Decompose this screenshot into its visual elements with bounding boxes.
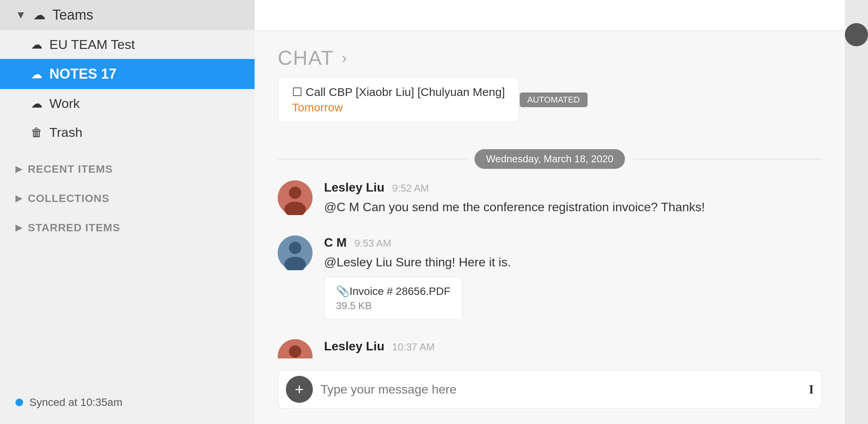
message-input[interactable]	[321, 382, 801, 397]
trash-icon: 🗑	[31, 126, 42, 139]
date-badge: Wednesday, March 18, 2020	[475, 149, 625, 169]
avatar-cm	[278, 236, 312, 270]
automated-badge: AUTOMATED	[520, 93, 588, 107]
date-line-right	[633, 159, 822, 159]
cloud-icon-work: ☁	[31, 97, 42, 110]
sidebar-section-collections[interactable]: ▶ COLLECTIONS	[0, 184, 255, 213]
main-content: CHAT › ☐ Call CBP [Xiaobr Liu] [Chulyuan…	[255, 0, 845, 424]
topbar	[255, 0, 845, 31]
teams-label: Teams	[52, 7, 93, 23]
cloud-icon: ☁	[33, 8, 46, 22]
sync-status-bar: Synced at 10:35am	[0, 389, 255, 416]
message-content-3: Lesley Liu 10:37 AM Confirmed: conferenc…	[324, 339, 822, 358]
trash-label: Trash	[49, 125, 83, 140]
attachment-name: 📎Invoice # 28656.PDF	[336, 285, 451, 298]
sidebar-section-starred[interactable]: ▶ STARRED ITEMS	[0, 213, 255, 242]
sidebar-item-eu-team[interactable]: ☁ EU TEAM Test	[0, 30, 255, 59]
text-cursor-icon: 𝐈	[809, 382, 814, 397]
message-row: Lesley Liu 9:52 AM @C M Can you send me …	[278, 180, 822, 216]
svg-point-7	[289, 345, 301, 358]
sender-cm: C M	[324, 236, 347, 250]
arrow-recent-icon: ▶	[15, 164, 22, 174]
date-line-left	[278, 159, 467, 159]
sidebar-item-teams[interactable]: ▼ ☁ Teams	[0, 0, 255, 30]
recent-items-label: RECENT ITEMS	[28, 163, 113, 175]
cloud-icon-eu: ☁	[31, 38, 42, 51]
eu-team-label: EU TEAM Test	[49, 37, 135, 52]
message-content-1: Lesley Liu 9:52 AM @C M Can you send me …	[324, 180, 822, 216]
time-2: 9:53 AM	[355, 237, 391, 249]
message-content-2: C M 9:53 AM @Lesley Liu Sure thing! Here…	[324, 236, 822, 320]
message-text-2: @Lesley Liu Sure thing! Here it is.	[324, 253, 822, 271]
attachment-card[interactable]: 📎Invoice # 28656.PDF 39.5 KB	[324, 277, 463, 320]
automated-time: Tomorrow	[292, 101, 505, 114]
avatar-lesley-1	[278, 180, 312, 215]
sidebar: ▼ ☁ Teams ☁ EU TEAM Test ☁ NOTES 17 ☁ Wo…	[0, 0, 255, 424]
avatar-lesley-3	[278, 339, 312, 358]
automated-message-text: ☐ Call CBP [Xiaobr Liu] [Chulyuan Meng]	[292, 85, 505, 99]
date-divider: Wednesday, March 18, 2020	[278, 149, 822, 169]
sync-dot-icon	[15, 399, 23, 406]
message-header-3: Lesley Liu 10:37 AM	[324, 339, 822, 353]
sidebar-item-trash[interactable]: 🗑 Trash	[0, 118, 255, 147]
automated-message-row: ☐ Call CBP [Xiaobr Liu] [Chulyuan Meng] …	[278, 77, 822, 122]
triangle-down-icon: ▼	[15, 9, 26, 21]
chat-title: CHAT	[278, 46, 334, 69]
cloud-icon-notes: ☁	[31, 67, 42, 81]
add-attachment-button[interactable]: +	[286, 376, 313, 403]
chat-header: CHAT ›	[255, 31, 845, 77]
message-header-1: Lesley Liu 9:52 AM	[324, 180, 822, 195]
sidebar-item-notes[interactable]: ☁ NOTES 17	[0, 59, 255, 89]
right-panel-avatar	[845, 23, 868, 46]
chat-container: CHAT › ☐ Call CBP [Xiaobr Liu] [Chulyuan…	[255, 31, 845, 424]
chat-messages: ☐ Call CBP [Xiaobr Liu] [Chulyuan Meng] …	[255, 77, 845, 358]
sender-lesley-3: Lesley Liu	[324, 339, 385, 353]
svg-point-1	[289, 187, 301, 199]
work-label: Work	[49, 96, 80, 111]
message-header-2: C M 9:53 AM	[324, 236, 822, 250]
sidebar-item-work[interactable]: ☁ Work	[0, 89, 255, 118]
sync-status-text: Synced at 10:35am	[29, 396, 122, 409]
chevron-right-icon: ›	[342, 49, 347, 67]
message-text-1: @C M Can you send me the conference regi…	[324, 198, 822, 216]
right-panel-edge	[845, 0, 868, 424]
svg-point-4	[289, 242, 301, 254]
collections-label: COLLECTIONS	[28, 192, 110, 205]
automated-bubble: ☐ Call CBP [Xiaobr Liu] [Chulyuan Meng] …	[278, 77, 519, 122]
message-row-2: C M 9:53 AM @Lesley Liu Sure thing! Here…	[278, 236, 822, 320]
time-3: 10:37 AM	[392, 341, 435, 353]
arrow-collections-icon: ▶	[15, 193, 22, 204]
time-1: 9:52 AM	[392, 182, 429, 194]
arrow-starred-icon: ▶	[15, 223, 22, 233]
notes-label: NOTES 17	[49, 66, 117, 82]
input-area: + 𝐈	[255, 358, 845, 424]
sidebar-section-recent[interactable]: ▶ RECENT ITEMS	[0, 155, 255, 184]
starred-items-label: STARRED ITEMS	[28, 222, 120, 234]
sender-lesley-1: Lesley Liu	[324, 180, 385, 195]
message-input-row: + 𝐈	[278, 370, 822, 409]
message-row-3: Lesley Liu 10:37 AM Confirmed: conferenc…	[278, 339, 822, 358]
attachment-size: 39.5 KB	[336, 300, 451, 312]
